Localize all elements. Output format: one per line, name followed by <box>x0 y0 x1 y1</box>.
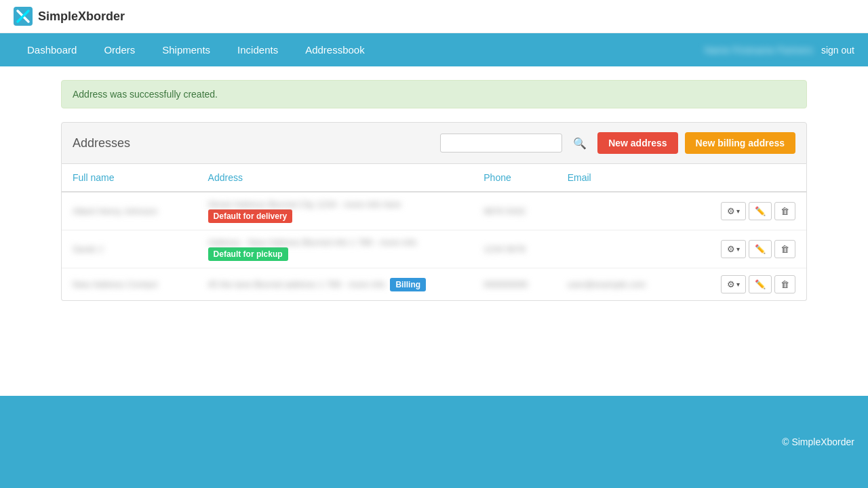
gear-icon: ⚙ <box>727 244 735 254</box>
alert-message: Address was successfully created. <box>73 89 218 100</box>
nav-orders[interactable]: Orders <box>90 33 149 66</box>
cell-actions: ⚙ ▾ ✏️ 🗑 <box>684 230 806 268</box>
cell-name: Albert Henry Johnson <box>62 192 197 230</box>
search-icon: 🔍 <box>573 138 587 149</box>
nav: Dashboard Orders Shipments Incidents Add… <box>0 33 868 66</box>
cell-address: Street Address Blurred City 1234 - more … <box>197 192 473 230</box>
col-phone: Phone <box>473 164 556 192</box>
search-input[interactable] <box>440 134 562 152</box>
table-row: Sarah J Address - New Address Blurred in… <box>62 230 806 268</box>
addresses-header: Addresses 🔍 New address New billing addr… <box>61 122 807 164</box>
delete-button-0[interactable]: 🗑 <box>774 202 795 220</box>
col-address: Address <box>197 164 473 192</box>
nav-addressbook[interactable]: Addressbook <box>292 33 378 66</box>
gear-icon: ⚙ <box>727 279 735 289</box>
cell-phone: 000000000 <box>473 268 556 301</box>
settings-button-0[interactable]: ⚙ ▾ <box>721 202 746 220</box>
addresses-table: Full name Address Phone Email Albert Hen… <box>62 164 806 300</box>
settings-button-1[interactable]: ⚙ ▾ <box>721 240 746 258</box>
cell-address: 45 the lane Blurred address 1 789 - more… <box>197 268 473 301</box>
trash-icon: 🗑 <box>781 244 789 254</box>
cell-email <box>557 230 684 268</box>
search-button[interactable]: 🔍 <box>569 134 591 152</box>
logo-text: SimpleXborder <box>38 9 125 24</box>
new-address-button[interactable]: New address <box>597 132 677 154</box>
cell-phone: 9876 5432 <box>473 192 556 230</box>
chevron-down-icon: ▾ <box>736 207 740 215</box>
cell-actions: ⚙ ▾ ✏️ 🗑 <box>684 192 806 230</box>
signout-link[interactable]: sign out <box>821 45 854 56</box>
edit-icon: ✏️ <box>755 244 766 254</box>
settings-button-2[interactable]: ⚙ ▾ <box>721 275 746 293</box>
col-fullname: Full name <box>62 164 197 192</box>
nav-incidents[interactable]: Incidents <box>224 33 292 66</box>
badge-pickup: Default for pickup <box>208 247 288 261</box>
nav-shipments[interactable]: Shipments <box>149 33 224 66</box>
delete-button-1[interactable]: 🗑 <box>774 240 795 258</box>
nav-links: Dashboard Orders Shipments Incidents Add… <box>14 33 378 66</box>
edit-button-0[interactable]: ✏️ <box>749 202 772 220</box>
delete-button-2[interactable]: 🗑 <box>774 275 795 293</box>
table-row: Albert Henry Johnson Street Address Blur… <box>62 192 806 230</box>
edit-icon: ✏️ <box>755 279 766 289</box>
addresses-controls: 🔍 New address New billing address <box>440 132 795 154</box>
cell-phone: 1234 5678 <box>473 230 556 268</box>
gear-icon: ⚙ <box>727 206 735 216</box>
trash-icon: 🗑 <box>781 206 789 216</box>
new-billing-address-button[interactable]: New billing address <box>685 132 795 154</box>
addresses-table-container: Full name Address Phone Email Albert Hen… <box>61 164 807 301</box>
logo-link[interactable]: SimpleXborder <box>14 7 125 26</box>
cell-address: Address - New Address Blurred info 1 789… <box>197 230 473 268</box>
badge-delivery: Default for delivery <box>208 209 293 223</box>
nav-right: Name Firstname Partners sign out <box>705 45 854 56</box>
col-email: Email <box>557 164 684 192</box>
chevron-down-icon: ▾ <box>736 281 740 288</box>
trash-icon: 🗑 <box>781 279 789 289</box>
addresses-title: Addresses <box>73 136 130 150</box>
header: SimpleXborder <box>0 0 868 33</box>
footer-text: © SimpleXborder <box>782 436 854 447</box>
edit-button-1[interactable]: ✏️ <box>749 240 772 258</box>
table-header-row: Full name Address Phone Email <box>62 164 806 192</box>
logo-icon <box>14 7 33 26</box>
edit-icon: ✏️ <box>755 206 766 216</box>
badge-billing: Billing <box>390 278 426 291</box>
main-content: Address was successfully created. Addres… <box>47 66 821 314</box>
success-alert: Address was successfully created. <box>61 80 807 108</box>
cell-name: New Address Contact <box>62 268 197 301</box>
cell-email: user@example.com <box>557 268 684 301</box>
footer: © SimpleXborder <box>0 396 868 488</box>
edit-button-2[interactable]: ✏️ <box>749 275 772 293</box>
cell-name: Sarah J <box>62 230 197 268</box>
cell-actions: ⚙ ▾ ✏️ 🗑 <box>684 268 806 301</box>
nav-user: Name Firstname Partners <box>705 45 813 56</box>
table-row: New Address Contact 45 the lane Blurred … <box>62 268 806 301</box>
chevron-down-icon: ▾ <box>736 245 740 253</box>
col-actions <box>684 164 806 192</box>
cell-email <box>557 192 684 230</box>
nav-dashboard[interactable]: Dashboard <box>14 33 90 66</box>
